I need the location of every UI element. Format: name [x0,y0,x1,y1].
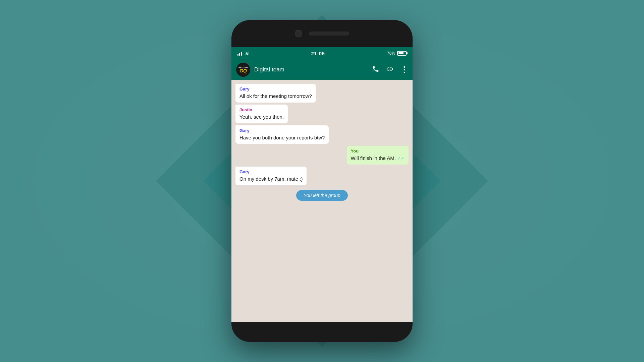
wifi-icon: ≋ [245,51,249,56]
status-bar: ≋ 21:05 76% [231,47,413,60]
message-row-3: Gary Have you both done your reports btw… [235,125,409,144]
signal-bar-3 [241,52,242,56]
message-row-4: You Will finish in the AM. ✓✓ [235,146,409,165]
link-icon[interactable] [386,65,393,74]
battery-icon [397,51,407,56]
call-icon[interactable] [372,65,379,74]
group-name[interactable]: Digital team [254,66,368,73]
group-avatar: BRITISH GQ [236,63,250,77]
signal-bars [237,51,242,56]
phone-top-bar [231,20,413,47]
message-bubble-3: Gary Have you both done your reports btw… [235,125,329,144]
header-icons: ⋮ [372,65,408,74]
read-ticks: ✓✓ [397,156,405,161]
sender-name-gary-2: Gary [239,128,325,133]
phone-screen: ≋ 21:05 76% BRITISH GQ Digital team [231,47,413,322]
message-bubble-2: Justin Yeah, see you then. [235,105,288,123]
message-bubble-1: Gary All ok for the meeting tomorrow? [235,84,316,103]
message-bubble-5: Gary On my desk by 7am, mate :) [235,167,307,185]
menu-icon[interactable]: ⋮ [400,65,408,74]
gq-logo: BRITISH GQ [236,63,250,77]
signal-bar-2 [239,53,240,56]
battery-percent: 76% [387,51,395,56]
chat-header[interactable]: BRITISH GQ Digital team ⋮ [231,60,413,80]
message-bubble-4: You Will finish in the AM. ✓✓ [347,146,409,165]
message-row-5: Gary On my desk by 7am, mate :) [235,167,409,185]
phone-camera [295,30,302,37]
phone-bottom-bar [231,322,413,342]
message-text-3: Have you both done your reports btw? [239,134,325,141]
status-time: 21:05 [311,51,325,56]
phone-speaker [309,32,349,36]
logo-bottom-text: GQ [239,68,247,73]
status-right: 76% [387,51,407,56]
message-row-2: Justin Yeah, see you then. [235,105,409,123]
system-message-left-group: You left the group [296,190,348,201]
message-text-2: Yeah, see you then. [239,113,284,121]
sender-name-gary-3: Gary [239,169,303,174]
sender-name-you: You [351,148,405,154]
status-left: ≋ [237,51,249,56]
phone-frame: ≋ 21:05 76% BRITISH GQ Digital team [231,20,413,342]
signal-bar-1 [237,54,238,56]
sender-name-gary-1: Gary [239,86,312,92]
message-text-4: Will finish in the AM. ✓✓ [351,155,405,162]
chat-messages: Gary All ok for the meeting tomorrow? Ju… [231,80,413,322]
battery-fill [398,52,404,54]
message-row-1: Gary All ok for the meeting tomorrow? [235,84,409,103]
message-text-5: On my desk by 7am, mate :) [239,175,303,183]
message-text-1: All ok for the meeting tomorrow? [239,93,312,100]
sender-name-justin: Justin [239,107,284,112]
